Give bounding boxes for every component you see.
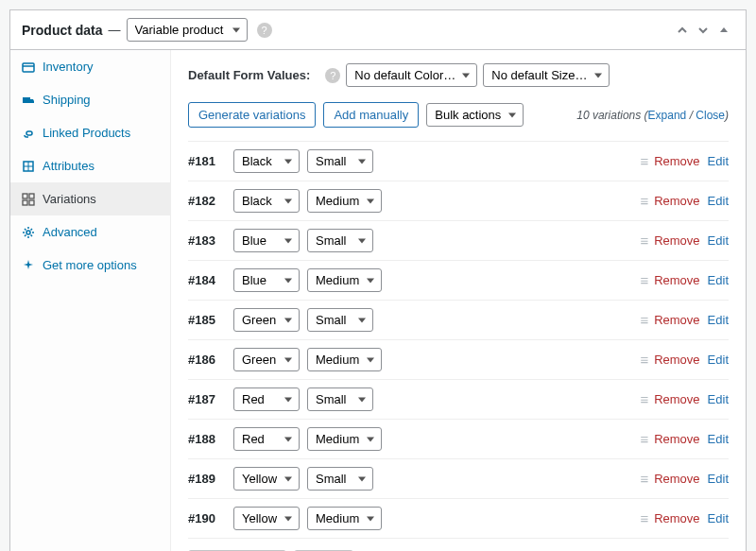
inventory-icon (22, 60, 35, 74)
remove-link[interactable]: Remove (654, 392, 699, 406)
edit-link[interactable]: Edit (708, 273, 729, 287)
variation-size-select[interactable]: Medium (307, 507, 382, 530)
remove-link[interactable]: Remove (654, 194, 699, 208)
drag-handle-icon[interactable]: ≡ (640, 312, 646, 328)
variation-color-select[interactable]: Red (233, 387, 300, 411)
tabs-sidebar: Inventory Shipping Linked Products Attri… (10, 50, 171, 551)
edit-link[interactable]: Edit (708, 511, 729, 525)
panel-title: Product data (22, 23, 103, 38)
tab-shipping[interactable]: Shipping (10, 83, 170, 116)
edit-link[interactable]: Edit (708, 353, 729, 367)
panel-down-icon[interactable] (693, 25, 713, 36)
variation-size-select[interactable]: Small (307, 308, 373, 332)
variation-size-select[interactable]: Small (307, 229, 373, 252)
bulk-actions-select[interactable]: Bulk actions (426, 103, 524, 127)
variation-size-select[interactable]: Medium (307, 189, 382, 213)
drag-handle-icon[interactable]: ≡ (640, 272, 646, 288)
tab-label: Attributes (43, 159, 94, 173)
variation-id: #186 (188, 353, 226, 367)
variation-color-select[interactable]: Green (233, 308, 300, 332)
tab-label: Inventory (43, 60, 93, 74)
variation-id: #187 (188, 392, 226, 406)
variation-color-select[interactable]: Blue (233, 268, 300, 292)
tab-linked-products[interactable]: Linked Products (10, 116, 170, 149)
edit-link[interactable]: Edit (708, 313, 729, 327)
remove-link[interactable]: Remove (654, 472, 699, 486)
variation-size-select[interactable]: Small (307, 387, 373, 411)
variation-size-select[interactable]: Small (307, 467, 373, 491)
drag-handle-icon[interactable]: ≡ (640, 153, 646, 169)
help-icon[interactable]: ? (257, 23, 272, 38)
link-icon (22, 127, 35, 140)
default-form-values-row: Default Form Values: ? No default Color…… (188, 63, 729, 87)
add-manually-button[interactable]: Add manually (323, 102, 419, 128)
drag-handle-icon[interactable]: ≡ (640, 431, 646, 447)
svg-rect-0 (23, 63, 34, 72)
edit-link[interactable]: Edit (708, 154, 729, 168)
variation-color-select[interactable]: Green (233, 348, 300, 371)
variation-color-select[interactable]: Yellow (233, 467, 300, 491)
variation-size-select[interactable]: Small (307, 149, 373, 173)
remove-link[interactable]: Remove (654, 353, 699, 367)
remove-link[interactable]: Remove (654, 273, 699, 287)
variation-id: #183 (188, 233, 226, 248)
variation-color-select[interactable]: Yellow (233, 507, 300, 530)
product-type-select[interactable]: Variable product (127, 18, 248, 42)
edit-link[interactable]: Edit (708, 432, 729, 446)
tab-label: Shipping (43, 93, 91, 107)
title-dash: — (109, 23, 121, 37)
drag-handle-icon[interactable]: ≡ (640, 352, 646, 368)
edit-link[interactable]: Edit (708, 392, 729, 406)
remove-link[interactable]: Remove (654, 154, 699, 168)
actions-row: Generate variations Add manually Bulk ac… (188, 102, 729, 128)
panel-header: Product data — Variable product ? (10, 10, 746, 50)
svg-rect-1 (23, 97, 30, 103)
panel-up-icon[interactable] (672, 25, 693, 36)
remove-link[interactable]: Remove (654, 233, 699, 248)
attributes-icon (22, 160, 35, 173)
edit-link[interactable]: Edit (708, 472, 729, 486)
variation-row: #185GreenSmall≡RemoveEdit (188, 300, 729, 339)
drag-handle-icon[interactable]: ≡ (640, 193, 646, 209)
variation-color-select[interactable]: Black (233, 149, 300, 173)
variations-count: 10 variations (Expand / Close) (576, 109, 729, 122)
tab-variations[interactable]: Variations (10, 182, 170, 215)
drag-handle-icon[interactable]: ≡ (640, 391, 646, 407)
default-size-select[interactable]: No default Size… (483, 63, 610, 87)
variation-size-select[interactable]: Medium (307, 348, 382, 371)
variation-id: #188 (188, 432, 226, 446)
variation-size-select[interactable]: Medium (307, 268, 382, 292)
variation-size-select[interactable]: Medium (307, 427, 382, 451)
svg-rect-4 (29, 194, 34, 198)
variation-id: #181 (188, 154, 226, 168)
remove-link[interactable]: Remove (654, 511, 699, 525)
edit-link[interactable]: Edit (708, 194, 729, 208)
variation-color-select[interactable]: Black (233, 189, 300, 213)
variations-list: #181BlackSmall≡RemoveEdit#182BlackMedium… (188, 141, 729, 538)
close-link[interactable]: Close (696, 109, 725, 122)
drag-handle-icon[interactable]: ≡ (640, 471, 646, 487)
tab-get-more[interactable]: Get more options (10, 249, 170, 282)
drag-handle-icon[interactable]: ≡ (640, 510, 646, 526)
variation-row: #184BlueMedium≡RemoveEdit (188, 260, 729, 300)
tab-label: Get more options (43, 258, 137, 272)
variation-color-select[interactable]: Red (233, 427, 300, 451)
help-icon[interactable]: ? (325, 68, 340, 83)
tab-advanced[interactable]: Advanced (10, 215, 170, 249)
remove-link[interactable]: Remove (654, 313, 699, 327)
variation-id: #190 (188, 511, 226, 525)
remove-link[interactable]: Remove (654, 432, 699, 446)
tab-inventory[interactable]: Inventory (10, 50, 170, 83)
generate-variations-button[interactable]: Generate variations (188, 102, 316, 128)
variation-row: #187RedSmall≡RemoveEdit (188, 379, 729, 419)
variation-id: #184 (188, 273, 226, 287)
panel-toggle-icon[interactable] (713, 25, 734, 36)
variation-id: #182 (188, 194, 226, 208)
default-color-select[interactable]: No default Color… (346, 63, 477, 87)
drag-handle-icon[interactable]: ≡ (640, 232, 646, 249)
variation-color-select[interactable]: Blue (233, 229, 300, 252)
edit-link[interactable]: Edit (708, 233, 729, 248)
expand-link[interactable]: Expand (648, 109, 687, 122)
svg-point-7 (26, 231, 30, 234)
tab-attributes[interactable]: Attributes (10, 149, 170, 182)
